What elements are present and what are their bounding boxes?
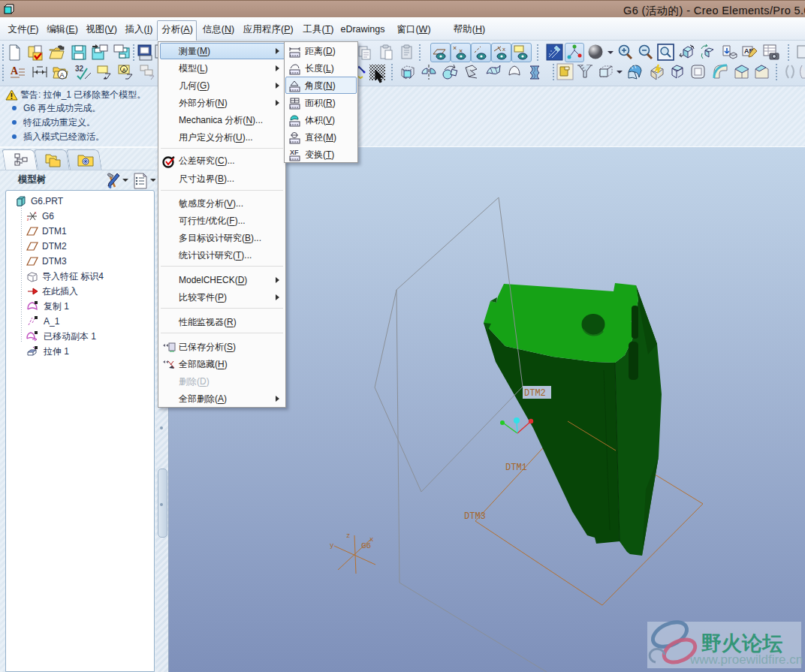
svg-text:DTM1: DTM1 [505, 463, 527, 473]
svg-text:y: y [330, 542, 334, 550]
svg-text:www.proewildfire.cn: www.proewildfire.cn [689, 652, 803, 667]
svg-text:A: A [60, 71, 65, 79]
svg-text:32: 32 [75, 65, 84, 73]
svg-text:DTM2: DTM2 [524, 388, 546, 399]
svg-text:z: z [346, 532, 350, 540]
svg-text:XF: XF [290, 149, 299, 156]
svg-text:野火论坛: 野火论坛 [701, 632, 782, 655]
svg-text:x: x [35, 210, 37, 215]
svg-text:A: A [122, 67, 127, 74]
svg-text:x: x [502, 46, 505, 53]
svg-text:A: A [11, 65, 19, 77]
svg-text:x: x [369, 536, 373, 544]
svg-text:×: × [453, 44, 457, 52]
svg-text:z: z [27, 217, 29, 221]
svg-text:DTM3: DTM3 [464, 511, 486, 522]
